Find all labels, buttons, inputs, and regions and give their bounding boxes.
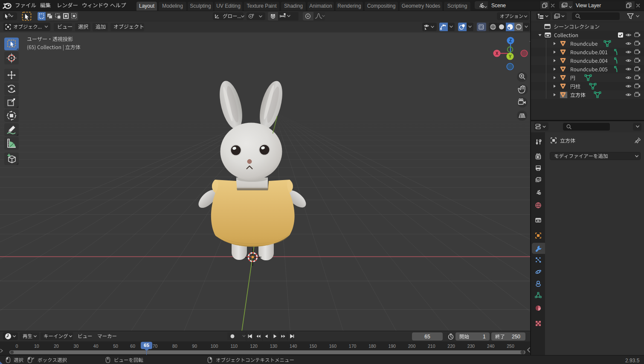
svg-text:Y: Y (509, 54, 512, 59)
svg-text:Z: Z (509, 38, 512, 43)
svg-text:X: X (496, 51, 499, 56)
